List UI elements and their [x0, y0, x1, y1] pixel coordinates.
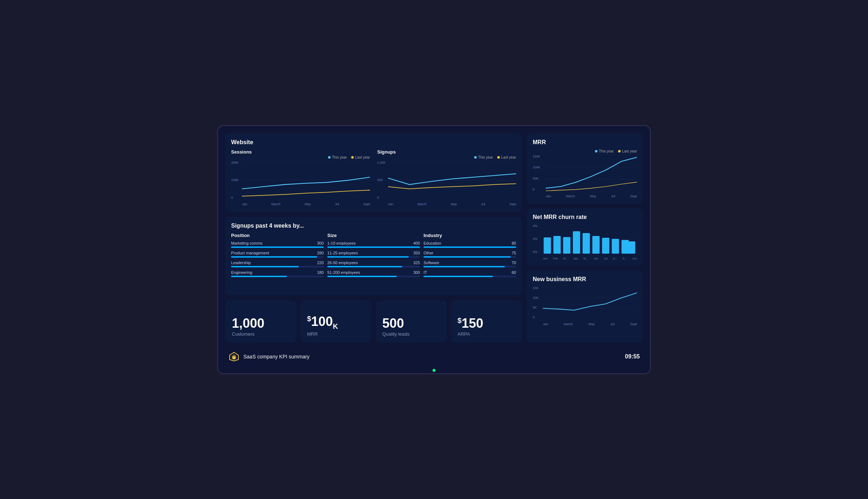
kpi-arpa-desc: ARPA: [458, 331, 515, 337]
industry-row-1: Other 75: [424, 251, 516, 258]
size-title: Size: [327, 233, 420, 238]
mrr-panel: MRR This year Last year 150K 100K 50K 0: [527, 133, 643, 343]
website-panel: Website Sessions This year Last year: [225, 133, 522, 212]
net-mrr-title: Net MRR churn rate: [533, 214, 637, 220]
size-row-1: 11-25 employees 350: [327, 251, 420, 258]
kpi-customers: 1,000 Customers: [225, 300, 296, 343]
signups-x-labels: Jan March May Jul Sept: [388, 202, 516, 206]
sessions-this-year-dot: [328, 156, 331, 159]
mrr-title: MRR: [533, 139, 637, 146]
mrr-svg: [546, 155, 637, 192]
signups-this-year-dot: [474, 156, 477, 159]
sessions-chart-area: 200K 100K 0: [231, 161, 370, 206]
signups-y-labels: 1,000 500 0: [377, 161, 386, 200]
kpi-leads: 500 Quality leads: [376, 300, 447, 343]
sessions-chart: Sessions This year Last year 200K 100K: [231, 149, 370, 206]
new-biz-y-labels: 15K 10K 5K 0: [533, 286, 539, 319]
new-biz-x-labels: Jan March May Jul Sept: [543, 322, 637, 326]
sessions-last-year-dot: [351, 156, 354, 159]
website-title: Website: [231, 139, 516, 146]
svg-rect-16: [573, 231, 580, 254]
signups-legend: This year Last year: [377, 155, 516, 159]
kpi-mrr: $100K MRR: [301, 300, 371, 343]
kpi-mrr-number: $100K: [307, 315, 365, 330]
mrr-y-labels: 150K 100K 50K 0: [533, 155, 540, 192]
mrr-last-year-legend: Last year: [618, 149, 637, 153]
svg-rect-18: [592, 236, 600, 254]
industry-title: Industry: [424, 233, 516, 238]
footer: SaaS company KPI summary 09:55: [225, 348, 643, 366]
new-business-title: New business MRR: [533, 276, 637, 283]
kpi-row: 1,000 Customers $100K MRR 500 Quality le…: [225, 300, 522, 343]
kpi-leads-desc: Quality leads: [382, 331, 440, 337]
signups-svg: [388, 161, 516, 200]
net-mrr-x-labels: Jan Feb M... Apr M... Jun Jul A... S... …: [543, 257, 637, 260]
signups-chart: Signups This year Last year 1,000 500: [377, 149, 516, 206]
position-row-1: Product management 280: [231, 251, 324, 258]
kpi-leads-number: 500: [382, 317, 440, 330]
signups-last-year-dot: [497, 156, 500, 159]
position-title: Position: [231, 233, 324, 238]
kpi-customers-desc: Customers: [232, 331, 290, 337]
signups-label: Signups: [377, 149, 516, 155]
net-mrr-y-labels: 4% 2% 0%: [533, 224, 537, 254]
footer-logo-icon: [228, 351, 240, 362]
signups-past-panel: Signups past 4 weeks by... Position Mark…: [225, 217, 522, 295]
mrr-this-year-legend: This year: [595, 149, 614, 153]
kpi-arpa-number: $150: [458, 317, 515, 330]
size-row-2: 26-50 employees 325: [327, 261, 420, 267]
new-business-chart: 15K 10K 5K 0 Jan: [533, 286, 637, 326]
sessions-y-labels: 200K 100K 0: [231, 161, 239, 200]
position-row-2: Leadership 220: [231, 261, 324, 267]
mrr-main-chart: MRR This year Last year 150K 100K 50K 0: [527, 133, 643, 204]
net-mrr-svg: [543, 224, 637, 254]
signups-chart-area: 1,000 500 0: [377, 161, 516, 206]
industry-row-3: IT 60: [424, 270, 516, 277]
svg-rect-15: [563, 237, 570, 254]
size-row-3: 51-200 employees 300: [327, 270, 420, 277]
mrr-x-labels: Jan March May Jul Sept: [546, 194, 637, 198]
sessions-last-year-legend: Last year: [351, 155, 370, 159]
mrr-chart-area: 150K 100K 50K 0: [533, 155, 637, 198]
svg-rect-20: [612, 239, 619, 254]
new-business-mrr-panel: New business MRR 15K 10K 5K 0: [527, 270, 643, 343]
net-mrr-panel: Net MRR churn rate 4% 2% 0%: [527, 208, 643, 266]
mrr-legend: This year Last year: [533, 149, 637, 153]
position-row-0: Marketing comms 300: [231, 241, 324, 248]
size-row-0: 1-10 employees 400: [327, 241, 420, 248]
signups-past-title: Signups past 4 weeks by...: [231, 223, 516, 229]
svg-rect-21: [621, 240, 629, 254]
sessions-label: Sessions: [231, 149, 370, 155]
new-biz-svg: [543, 286, 637, 319]
sessions-legend: This year Last year: [231, 155, 370, 159]
svg-rect-19: [602, 238, 609, 254]
signups-last-year-legend: Last year: [497, 155, 516, 159]
size-category: Size 1-10 employees 400 11-25 employees …: [327, 233, 420, 280]
svg-rect-14: [553, 236, 561, 254]
industry-row-2: Software 70: [424, 261, 516, 267]
industry-row-0: Education 80: [424, 241, 516, 248]
sessions-svg: [242, 161, 370, 200]
footer-title: SaaS company KPI summary: [243, 354, 310, 360]
position-category: Position Marketing comms 300 Product man…: [231, 233, 324, 280]
signups-this-year-legend: This year: [474, 155, 493, 159]
position-row-3: Engineering 180: [231, 270, 324, 277]
dashboard-screen: Website Sessions This year Last year: [217, 125, 651, 374]
status-indicator: [433, 369, 435, 372]
signups-categories: Position Marketing comms 300 Product man…: [231, 233, 516, 280]
kpi-mrr-desc: MRR: [307, 331, 365, 337]
svg-rect-13: [544, 237, 551, 254]
industry-category: Industry Education 80 Other 75: [424, 233, 516, 280]
sessions-x-labels: Jan March May Jul Sept: [242, 202, 370, 206]
svg-rect-22: [628, 241, 635, 254]
svg-rect-17: [583, 233, 590, 254]
sessions-this-year-legend: This year: [328, 155, 347, 159]
kpi-arpa: $150 ARPA: [451, 300, 522, 343]
net-mrr-bars: 4% 2% 0%: [533, 224, 637, 260]
footer-time: 09:55: [625, 353, 640, 360]
footer-branding: SaaS company KPI summary: [228, 351, 310, 362]
kpi-customers-number: 1,000: [232, 317, 290, 330]
